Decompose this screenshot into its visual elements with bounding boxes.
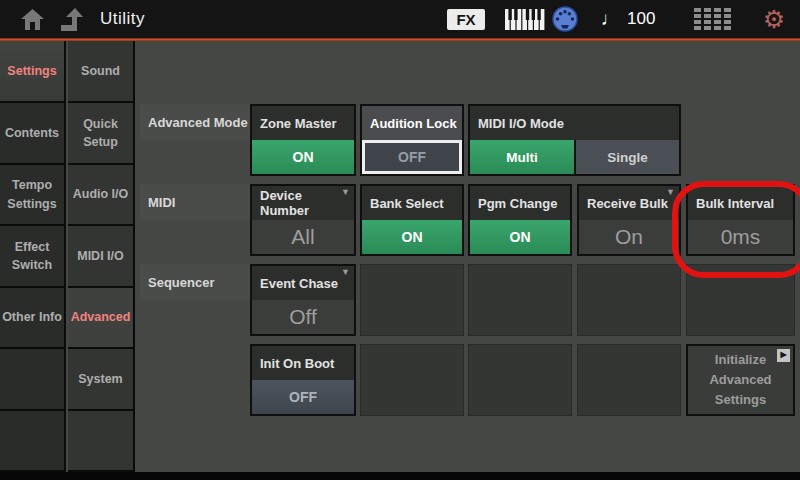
device-number-cell: Device Number ▼ All — [250, 184, 356, 256]
empty-grid-cell — [468, 264, 572, 336]
bulk-interval-header: Bulk Interval — [688, 186, 793, 220]
midi-io-mode-single-button[interactable]: Single — [574, 140, 679, 174]
tempo-display[interactable]: ♩ 100 — [601, 0, 655, 38]
row-label-midi: MIDI — [140, 184, 250, 220]
home-icon[interactable] — [21, 9, 44, 30]
chevron-down-icon: ▼ — [341, 267, 350, 277]
audition-lock-header: Audition Lock — [362, 106, 462, 140]
keyboard-icon[interactable] — [504, 9, 546, 30]
bank-select-cell: Bank Select ON — [360, 184, 464, 256]
zone-master-cell: Zone Master ON — [250, 104, 356, 176]
initialize-advanced-settings-button[interactable]: Initialize Advanced Settings ▶ — [686, 344, 795, 416]
empty-grid-cell — [468, 344, 572, 416]
event-chase-cell: Event Chase ▼ Off — [250, 264, 356, 336]
init-on-boot-cell: Init On Boot OFF — [250, 344, 356, 416]
sidebar-item-audio-io[interactable]: Audio I/O — [68, 165, 135, 226]
pgm-change-toggle[interactable]: ON — [470, 220, 570, 254]
pgm-change-header: Pgm Change — [470, 186, 570, 220]
live-set-grid-icon[interactable] — [694, 8, 731, 31]
zone-master-header: Zone Master — [252, 106, 354, 140]
bank-select-header: Bank Select — [362, 186, 462, 220]
sidebar-item-empty — [0, 349, 66, 411]
empty-grid-cell — [577, 264, 681, 336]
init-on-boot-header: Init On Boot — [252, 346, 354, 380]
receive-bulk-value[interactable]: On — [579, 220, 679, 254]
bottom-bezel — [0, 472, 800, 480]
audition-lock-toggle[interactable]: OFF — [362, 140, 462, 174]
empty-grid-cell — [360, 264, 464, 336]
midi-io-mode-multi-button[interactable]: Multi — [470, 140, 574, 174]
sidebar-item-empty — [0, 411, 66, 472]
midi-io-mode-cell: MIDI I/O Mode Multi Single — [468, 104, 681, 176]
device-number-header: Device Number ▼ — [252, 186, 354, 220]
chevron-down-icon: ▼ — [666, 187, 675, 197]
tempo-value: 100 — [627, 9, 655, 29]
sidebar-item-tempo-settings[interactable]: Tempo Settings — [0, 165, 66, 226]
audition-lock-cell: Audition Lock OFF — [360, 104, 464, 176]
midi-io-mode-header: MIDI I/O Mode — [470, 106, 679, 140]
page-title: Utility — [100, 0, 145, 38]
sidebar-item-midi-io[interactable]: MIDI I/O — [68, 226, 135, 288]
sidebar-item-contents[interactable]: Contents — [0, 103, 66, 165]
bank-select-toggle[interactable]: ON — [362, 220, 462, 254]
gear-icon[interactable]: ⚙ — [758, 0, 790, 38]
row-label-sequencer: Sequencer — [140, 264, 250, 300]
sidebar-item-system[interactable]: System — [68, 349, 135, 411]
event-chase-value[interactable]: Off — [252, 300, 354, 334]
sidebar-item-effect-switch[interactable]: Effect Switch — [0, 226, 66, 288]
sidebar-item-empty — [68, 411, 135, 472]
top-status-bar: Utility FX ♩ — [0, 0, 800, 38]
midi-connector-icon[interactable] — [552, 6, 578, 32]
empty-grid-cell — [686, 264, 795, 336]
receive-bulk-header: Receive Bulk ▼ — [579, 186, 679, 220]
sidebar-item-settings[interactable]: Settings — [0, 41, 66, 103]
pgm-change-cell: Pgm Change ON — [468, 184, 572, 256]
sidebar-item-advanced[interactable]: Advanced — [68, 288, 135, 349]
bulk-interval-cell: Bulk Interval 0ms — [686, 184, 795, 256]
row-label-advanced-mode: Advanced Mode — [140, 104, 250, 140]
sidebar-item-other-info[interactable]: Other Info — [0, 288, 66, 349]
sidebar-item-quick-setup[interactable]: Quick Setup — [68, 103, 135, 165]
chevron-down-icon: ▼ — [341, 187, 350, 197]
quarter-note-icon: ♩ — [601, 8, 620, 30]
bulk-interval-value[interactable]: 0ms — [688, 220, 793, 254]
utility-screen: Utility FX ♩ — [0, 0, 800, 480]
return-up-icon[interactable] — [61, 8, 85, 31]
event-chase-header: Event Chase ▼ — [252, 266, 354, 300]
empty-grid-cell — [577, 344, 681, 416]
receive-bulk-cell: Receive Bulk ▼ On — [577, 184, 681, 256]
sidebar-item-sound[interactable]: Sound — [68, 41, 135, 103]
device-number-value[interactable]: All — [252, 220, 354, 254]
empty-grid-cell — [360, 344, 464, 416]
init-on-boot-toggle[interactable]: OFF — [252, 380, 354, 414]
enter-arrow-icon: ▶ — [777, 349, 790, 362]
fx-badge[interactable]: FX — [447, 9, 485, 30]
zone-master-toggle[interactable]: ON — [252, 140, 354, 174]
